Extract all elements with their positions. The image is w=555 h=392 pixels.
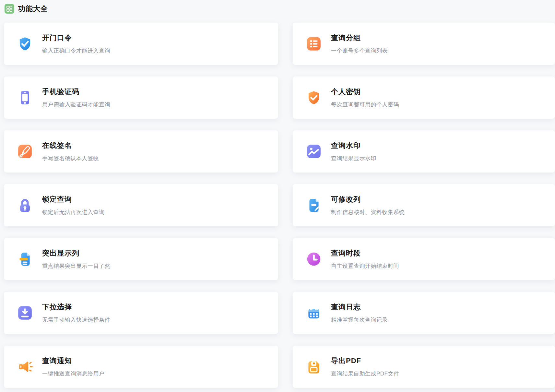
- card-title: 查询水印: [331, 141, 376, 150]
- card-phone-code[interactable]: 手机验证码 用户需输入验证码才能查询: [4, 77, 278, 119]
- card-desc: 重点结果突出显示一目了然: [42, 262, 110, 270]
- card-query-group[interactable]: 查询分组 一个账号多个查询列表: [293, 23, 555, 65]
- card-desc: 输入正确口令才能进入查询: [42, 47, 110, 54]
- grid-icon: [5, 4, 14, 14]
- list-group-icon: [306, 36, 322, 52]
- card-lock-query[interactable]: 锁定查询 锁定后无法再次进入查询: [4, 184, 278, 226]
- feature-grid: 开门口令 输入正确口令才能进入查询 查询分组 一个账号多个查询列表: [4, 23, 555, 388]
- shield-check-blue-icon: [17, 36, 33, 52]
- card-title: 开门口令: [42, 33, 110, 43]
- card-query-notify[interactable]: 查询通知 一键推送查询消息给用户: [4, 346, 278, 388]
- shield-check-orange-icon: [306, 89, 322, 106]
- lock-icon: [17, 197, 33, 213]
- card-desc: 制作信息核对、资料收集系统: [331, 208, 405, 216]
- card-editable-column[interactable]: 可修改列 制作信息核对、资料收集系统: [293, 184, 555, 226]
- card-desc: 一个账号多个查询列表: [331, 47, 388, 54]
- card-highlight-column[interactable]: 突出显示列 重点结果突出显示一目了然: [4, 238, 278, 280]
- card-desc: 自主设置查询开始结束时间: [331, 262, 399, 270]
- card-desc: 精准掌握每次查询记录: [331, 316, 388, 324]
- signature-pen-icon: [17, 143, 33, 160]
- card-title: 个人密钥: [331, 87, 399, 97]
- card-title: 下拉选择: [42, 302, 110, 312]
- clock-icon: [306, 251, 322, 267]
- card-desc: 锁定后无法再次进入查询: [42, 208, 105, 216]
- card-query-watermark[interactable]: 查询水印 查询结果显示水印: [293, 130, 555, 172]
- card-desc: 查询结果显示水印: [331, 155, 376, 162]
- card-desc: 每次查询都可用的个人密码: [331, 101, 399, 108]
- card-personal-key[interactable]: 个人密钥 每次查询都可用的个人密码: [293, 77, 555, 119]
- card-door-password[interactable]: 开门口令 输入正确口令才能进入查询: [4, 23, 278, 65]
- megaphone-icon: [17, 359, 33, 375]
- card-desc: 无需手动输入快速选择条件: [42, 316, 110, 324]
- dropdown-select-icon: [17, 305, 33, 321]
- card-title: 查询通知: [42, 356, 105, 366]
- card-online-signature[interactable]: 在线签名 手写签名确认本人签收: [4, 130, 278, 172]
- image-watermark-icon: [306, 143, 322, 160]
- card-title: 查询分组: [331, 33, 388, 43]
- card-title: 在线签名: [42, 141, 99, 150]
- card-desc: 手写签名确认本人签收: [42, 155, 99, 162]
- card-title: 可修改列: [331, 195, 405, 204]
- calendar-log-icon: [306, 305, 322, 321]
- card-query-log[interactable]: 查询日志 精准掌握每次查询记录: [293, 292, 555, 334]
- card-title: 查询日志: [331, 302, 388, 312]
- phone-icon: [17, 89, 33, 106]
- card-title: 导出PDF: [331, 356, 399, 366]
- card-title: 查询时段: [331, 248, 399, 258]
- card-title: 手机验证码: [42, 87, 110, 97]
- card-title: 突出显示列: [42, 248, 110, 258]
- card-query-period[interactable]: 查询时段 自主设置查询开始结束时间: [293, 238, 555, 280]
- card-desc: 用户需输入验证码才能查询: [42, 101, 110, 108]
- card-desc: 查询结果自助生成PDF文件: [331, 370, 399, 377]
- card-desc: 一键推送查询消息给用户: [42, 370, 105, 377]
- document-edit-icon: [306, 197, 322, 213]
- card-dropdown-select[interactable]: 下拉选择 无需手动输入快速选择条件: [4, 292, 278, 334]
- page-header: 功能大全: [0, 0, 555, 14]
- page-title: 功能大全: [18, 4, 48, 14]
- floppy-pdf-icon: [306, 359, 322, 375]
- card-export-pdf[interactable]: 导出PDF 查询结果自助生成PDF文件: [293, 346, 555, 388]
- document-highlight-icon: [17, 251, 33, 267]
- card-title: 锁定查询: [42, 195, 105, 204]
